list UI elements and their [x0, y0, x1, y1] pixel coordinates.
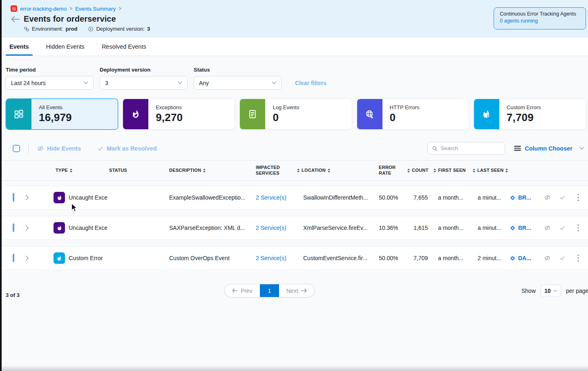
sort-icon[interactable] — [70, 169, 72, 173]
hide-event-icon[interactable] — [538, 225, 556, 231]
agents-running-link[interactable]: 0 agents running — [500, 18, 580, 24]
event-description: Custom OverOps Event — [169, 255, 256, 261]
card-log-events[interactable]: Log Events 0 — [239, 99, 352, 130]
table-row[interactable]: Uncaught Exce... ExampleSwallowedExcepti… — [2, 186, 588, 209]
card-label: Log Events — [273, 104, 299, 110]
deployment-icon — [88, 26, 94, 32]
time-period-select[interactable]: Last 24 hours — [6, 76, 94, 90]
tab-resolved-events[interactable]: Resolved Events — [98, 38, 150, 56]
event-count: 1,615 — [407, 225, 434, 231]
last-seen: 2 minut... — [473, 255, 510, 261]
clear-filters-button[interactable]: Clear filters — [295, 80, 326, 86]
ticket-link[interactable]: DA... — [510, 255, 538, 261]
error-tracking-module-icon — [11, 5, 17, 12]
hide-events-button[interactable]: Hide Events — [37, 145, 81, 152]
app-window: error-tracking-demo > Events Summary > E… — [0, 0, 588, 371]
tab-bar: Events Hidden Events Resolved Events — [2, 38, 588, 56]
ticket-link[interactable]: BR... — [510, 225, 538, 231]
log-icon — [248, 109, 257, 119]
sort-icon[interactable] — [434, 169, 436, 173]
page-header: error-tracking-demo > Events Summary > E… — [2, 0, 588, 38]
chevron-down-icon — [553, 290, 557, 292]
sort-icon[interactable] — [407, 169, 410, 173]
chevron-down-icon — [579, 147, 584, 150]
row-menu-icon[interactable] — [568, 254, 588, 262]
eye-slash-icon — [37, 145, 44, 152]
row-checkbox[interactable] — [13, 193, 14, 202]
card-value: 0 — [273, 111, 299, 124]
page-size-select[interactable]: 10 — [541, 285, 561, 297]
col-type: TYPE — [40, 168, 68, 173]
card-http-errors[interactable]: HTTP Errors 0 — [357, 99, 469, 130]
sort-icon[interactable] — [203, 169, 206, 173]
event-type: Uncaught Exce... — [69, 194, 108, 201]
table-header-row: TYPE STATUS DESCRIPTION IMPACTED SERVICE… — [2, 160, 588, 181]
tab-hidden-events[interactable]: Hidden Events — [42, 38, 88, 56]
arrow-left-icon — [232, 288, 238, 293]
row-checkbox[interactable] — [13, 254, 14, 262]
row-checkbox[interactable] — [13, 223, 14, 232]
search-input[interactable] — [440, 145, 494, 151]
resolve-event-icon[interactable] — [556, 255, 568, 261]
back-arrow-icon[interactable] — [11, 16, 20, 23]
col-status: STATUS — [108, 168, 127, 173]
breadcrumb-section-link[interactable]: Events Summary — [75, 6, 116, 12]
deployment-version-select[interactable]: 3 — [100, 76, 188, 90]
next-page-button[interactable]: Next — [279, 284, 314, 297]
prev-page-button[interactable]: Prev — [225, 284, 260, 297]
table-row[interactable]: Uncaught Exce... SAXParseException: XML … — [2, 216, 588, 240]
status-label: Status — [194, 67, 282, 73]
select-all-checkbox[interactable] — [13, 145, 20, 152]
tab-events[interactable]: Events — [6, 38, 33, 56]
filters-bar: Time period Last 24 hours Deployment ver… — [2, 56, 588, 90]
impacted-services-link[interactable]: 2 Service(s) — [256, 194, 286, 201]
environment-meta: Environment: prod — [24, 26, 77, 32]
expand-row-icon[interactable] — [25, 195, 40, 200]
expand-row-icon[interactable] — [25, 225, 40, 231]
sort-icon[interactable] — [505, 169, 508, 173]
column-chooser-button[interactable]: Column Chooser — [514, 145, 584, 152]
search-box — [427, 142, 505, 155]
breadcrumb-project-link[interactable]: error-tracking-demo — [20, 6, 67, 12]
flame-icon — [131, 109, 141, 119]
chevron-down-icon — [84, 81, 88, 84]
card-label: HTTP Errors — [390, 104, 420, 110]
sort-icon[interactable] — [297, 169, 300, 173]
resolve-event-icon[interactable] — [556, 225, 568, 231]
hide-event-icon[interactable] — [538, 255, 556, 261]
impacted-services-link[interactable]: 2 Service(s) — [256, 255, 286, 261]
row-menu-icon[interactable] — [568, 224, 588, 232]
row-menu-icon[interactable] — [568, 194, 588, 201]
event-count: 7,709 — [407, 255, 434, 261]
agents-status-card[interactable]: Continuous Error Tracking Agents 0 agent… — [494, 7, 586, 29]
card-custom-errors[interactable]: Custom Errors 7,709 — [474, 99, 586, 130]
card-all-events[interactable]: All Events 16,979 — [6, 99, 118, 130]
events-table-body: Uncaught Exce... ExampleSwallowedExcepti… — [2, 181, 588, 270]
hide-event-icon[interactable] — [538, 194, 556, 201]
chevron-down-icon — [272, 81, 276, 84]
card-exceptions[interactable]: Exceptions 9,270 — [123, 99, 235, 130]
mark-resolved-button[interactable]: Mark as Resolved — [97, 145, 157, 152]
resolve-event-icon[interactable] — [556, 195, 568, 200]
col-last-seen: LAST SEEN — [477, 168, 503, 173]
page-title: Events for orderservice — [24, 14, 116, 24]
deployment-meta: Deployment version: 3 — [88, 26, 150, 32]
ticket-link[interactable]: BR... — [510, 194, 538, 201]
expand-row-icon[interactable] — [25, 255, 40, 261]
exception-type-icon — [54, 192, 65, 203]
col-count: COUNT — [412, 168, 429, 173]
sort-icon[interactable] — [328, 169, 330, 173]
event-location: XmlParseService.fireEv... — [297, 225, 379, 231]
table-row[interactable]: Custom Error Custom OverOps Event 2 Serv… — [2, 246, 588, 270]
sort-icon[interactable] — [473, 169, 475, 173]
custom-error-type-icon — [54, 252, 65, 264]
impacted-services-link[interactable]: 2 Service(s) — [256, 225, 286, 231]
event-description: ExampleSwallowedExceptio... — [169, 194, 256, 201]
col-description: DESCRIPTION — [169, 168, 201, 173]
col-impacted-services: IMPACTED SERVICES — [256, 165, 281, 176]
page-number-button[interactable]: 1 — [260, 284, 279, 297]
flame-gear-icon — [482, 109, 492, 119]
card-label: Exceptions — [156, 104, 183, 110]
status-select[interactable]: Any — [194, 76, 282, 90]
show-label: Show — [521, 288, 536, 294]
